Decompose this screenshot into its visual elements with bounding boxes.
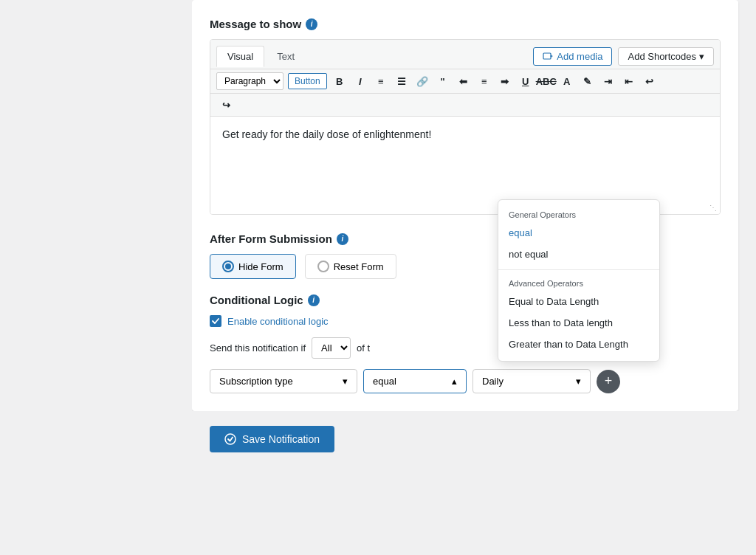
operator-dropdown: General Operators equal not equal Advanc…	[498, 199, 660, 362]
message-info-icon[interactable]: i	[306, 18, 317, 30]
radio-reset-circle	[317, 261, 329, 272]
editor-tabs: Visual Text Add media	[210, 40, 720, 69]
add-media-label: Add media	[557, 51, 602, 62]
toolbar-row-1: Paragraph Button B I ≡ ☰ 🔗 " ⬅ ≡ ➡ U ABC	[210, 69, 720, 94]
toolbar-row-2: ↪	[210, 94, 720, 117]
tab-visual[interactable]: Visual	[216, 46, 264, 67]
conditional-logic-section: Conditional Logic i Enable conditional l…	[210, 294, 721, 393]
value-select-label: Daily	[482, 376, 504, 387]
page-wrapper: Message to show i Visual Text	[0, 0, 756, 555]
sidebar	[0, 0, 192, 555]
redo-btn[interactable]: ↪	[216, 96, 236, 114]
send-if-suffix: of t	[357, 342, 370, 354]
save-section: Save Notification	[192, 411, 756, 467]
resize-handle[interactable]: ⋱	[709, 204, 718, 213]
add-shortcodes-button[interactable]: Add Shortcodes ▾	[618, 47, 714, 66]
outdent-btn[interactable]: ⇤	[619, 72, 639, 90]
add-media-button[interactable]: Add media	[533, 47, 612, 66]
radio-hide-circle	[222, 261, 234, 272]
value-chevron-icon: ▾	[576, 376, 581, 387]
message-section: Message to show i Visual Text	[210, 18, 721, 215]
italic-btn[interactable]: I	[351, 72, 370, 90]
field-select-label: Subscription type	[219, 376, 293, 387]
add-condition-button[interactable]: +	[597, 370, 620, 393]
conditional-info-icon[interactable]: i	[308, 294, 320, 306]
message-section-title: Message to show i	[210, 18, 721, 30]
field-chevron-icon: ▾	[343, 376, 348, 387]
align-right-btn[interactable]: ➡	[495, 72, 515, 90]
condition-row: Subscription type ▾ equal ▴ Daily ▾ +	[210, 369, 721, 393]
enable-conditional-label: Enable conditional logic	[227, 316, 329, 327]
radio-hide-form[interactable]: Hide Form	[210, 254, 296, 279]
svg-rect-0	[543, 53, 551, 59]
undo-btn[interactable]: ↩	[640, 72, 659, 90]
radio-reset-form[interactable]: Reset Form	[305, 254, 396, 279]
paragraph-select[interactable]: Paragraph	[216, 72, 284, 90]
radio-hide-label: Hide Form	[238, 261, 284, 272]
align-center-btn[interactable]: ≡	[475, 72, 494, 90]
dropdown-item-greater-than[interactable]: Greater than to Data Length	[498, 334, 659, 355]
button-format-btn[interactable]: Button	[288, 73, 327, 89]
operator-select[interactable]: equal ▴	[363, 369, 467, 393]
bold-btn[interactable]: B	[330, 72, 349, 90]
operator-chevron-icon: ▴	[452, 376, 457, 387]
save-icon	[224, 433, 236, 445]
dropdown-item-equal-length[interactable]: Equal to Data Length	[498, 291, 659, 312]
after-form-info-icon[interactable]: i	[337, 233, 348, 245]
editor-top-toolbar: Add media Add Shortcodes ▾	[533, 44, 714, 69]
dropdown-divider	[498, 269, 659, 270]
settings-panel: Message to show i Visual Text	[192, 0, 738, 411]
dropdown-item-less-than[interactable]: Less than to Data length	[498, 312, 659, 334]
advanced-operators-label: Advanced Operators	[498, 275, 659, 291]
quote-btn[interactable]: "	[433, 72, 453, 90]
text-color-btn[interactable]: A	[557, 72, 577, 90]
dropdown-item-equal[interactable]: equal	[498, 222, 659, 244]
editor-content[interactable]: Get ready for the daily dose of enlighte…	[222, 128, 708, 202]
checkmark-icon	[212, 318, 219, 324]
shortcodes-chevron-icon: ▾	[699, 51, 704, 62]
value-select[interactable]: Daily ▾	[472, 369, 591, 393]
general-operators-label: General Operators	[498, 206, 659, 222]
checkbox-checked-icon	[210, 315, 221, 327]
send-if-select[interactable]: All	[312, 337, 351, 359]
underline-btn[interactable]: U	[516, 72, 535, 90]
link-btn[interactable]: 🔗	[413, 72, 432, 90]
radio-reset-label: Reset Form	[334, 261, 384, 272]
send-if-prefix: Send this notification if	[210, 342, 306, 354]
tab-text[interactable]: Text	[266, 46, 306, 67]
main-content: Message to show i Visual Text	[192, 0, 756, 555]
plus-icon: +	[605, 373, 613, 389]
operator-select-label: equal	[373, 376, 396, 387]
strikethrough-btn[interactable]: ABC	[537, 72, 556, 90]
conditional-logic-label: Conditional Logic	[210, 294, 303, 306]
save-notification-button[interactable]: Save Notification	[210, 426, 334, 452]
add-media-icon	[543, 52, 553, 62]
radio-hide-inner	[225, 263, 231, 269]
ul-btn[interactable]: ≡	[371, 72, 391, 90]
align-left-btn[interactable]: ⬅	[454, 72, 473, 90]
ol-btn[interactable]: ☰	[392, 72, 411, 90]
eraser-btn[interactable]: ✎	[578, 72, 597, 90]
field-select[interactable]: Subscription type ▾	[210, 369, 357, 393]
editor-container: Visual Text Add media	[210, 39, 721, 215]
message-label: Message to show	[210, 18, 301, 30]
add-shortcodes-label: Add Shortcodes	[628, 51, 696, 62]
dropdown-item-not-equal[interactable]: not equal	[498, 244, 659, 265]
indent-btn[interactable]: ⇥	[599, 72, 618, 90]
after-form-label: After Form Submission	[210, 232, 332, 245]
save-label: Save Notification	[242, 433, 320, 445]
svg-point-1	[225, 434, 236, 444]
